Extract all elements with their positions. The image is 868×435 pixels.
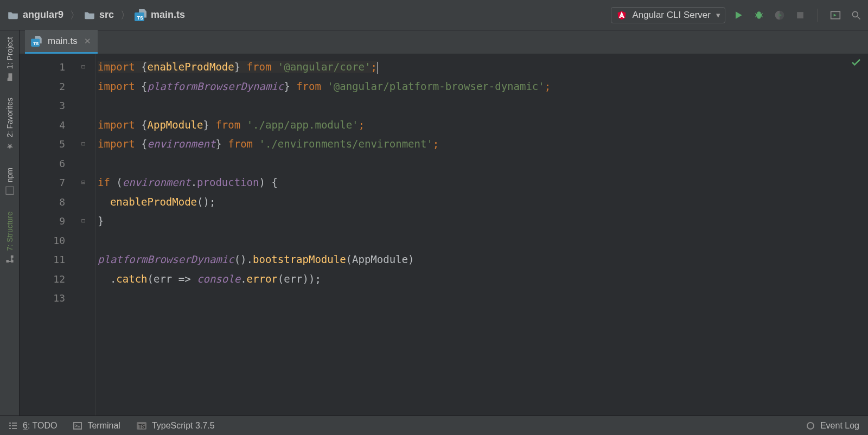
debug-button[interactable]	[754, 10, 764, 21]
event-log-label: Event Log	[820, 421, 859, 431]
structure-toolwindow-label: 7: Structure	[5, 212, 14, 251]
structure-icon	[5, 254, 14, 263]
breadcrumb-folder-label: src	[99, 9, 114, 21]
typescript-toolwindow-button[interactable]: TS TypeScript 3.7.5	[137, 421, 215, 431]
typescript-icon: TS	[137, 422, 146, 430]
list-icon	[9, 421, 17, 430]
breadcrumb-project[interactable]: angular9	[8, 9, 63, 21]
todo-label: : TODO	[28, 421, 58, 430]
run-anything-button[interactable]	[830, 10, 841, 21]
stop-button[interactable]	[795, 10, 806, 21]
toolbar-divider	[818, 9, 818, 22]
svg-point-8	[807, 423, 814, 429]
todo-mnemonic: 6	[23, 421, 28, 430]
folder-icon	[8, 11, 18, 20]
status-bar: 6: TODO Terminal TS TypeScript 3.7.5 Eve…	[0, 415, 868, 435]
npm-toolwindow-label: npm	[5, 168, 14, 182]
check-ok-icon	[851, 59, 861, 66]
code-editor[interactable]: 12345678910111213 ⊟ ⊟ ⊟ ⊟ import {enable…	[20, 54, 868, 415]
npm-icon	[5, 187, 14, 195]
terminal-icon	[73, 421, 82, 430]
search-everywhere-button[interactable]	[851, 10, 861, 21]
inspection-indicator[interactable]	[844, 54, 868, 415]
typescript-file-icon: TS	[31, 36, 42, 47]
breadcrumb-folder[interactable]: src	[84, 9, 114, 21]
editor-column: TS main.ts ✕ 12345678910111213 ⊟ ⊟ ⊟ ⊟ i…	[20, 30, 868, 415]
main-area: 1: Project 2: Favorites npm 7: Structure…	[0, 30, 868, 415]
code-content[interactable]: import {enableProdMode} from '@angular/c…	[95, 54, 844, 415]
svg-point-2	[852, 11, 858, 17]
run-configuration-selector[interactable]: Angular CLI Server ▾	[611, 7, 725, 23]
structure-toolwindow-button[interactable]: 7: Structure	[5, 212, 14, 263]
breadcrumb-file-label: main.ts	[151, 9, 185, 21]
chevron-down-icon: ▾	[716, 10, 720, 20]
editor-tab-label: main.ts	[48, 36, 78, 47]
npm-toolwindow-button[interactable]: npm	[5, 168, 14, 195]
fold-gutter: ⊟ ⊟ ⊟ ⊟	[74, 54, 95, 415]
left-tool-strip: 1: Project 2: Favorites npm 7: Structure	[0, 30, 20, 415]
project-toolwindow-button[interactable]: 1: Project	[5, 37, 14, 81]
project-toolwindow-label: 1: Project	[5, 37, 14, 69]
svg-rect-3	[5, 187, 14, 195]
angular-icon	[617, 10, 627, 20]
run-with-coverage-button[interactable]	[774, 10, 785, 21]
line-number-gutter: 12345678910111213	[20, 54, 74, 415]
breadcrumb-separator: 〉	[117, 9, 131, 22]
typescript-version-label: TypeScript 3.7.5	[152, 421, 215, 431]
breadcrumb-file[interactable]: TS main.ts	[135, 9, 185, 21]
event-log-icon	[806, 421, 815, 430]
event-log-button[interactable]: Event Log	[806, 421, 859, 431]
svg-rect-4	[6, 260, 9, 263]
favorites-toolwindow-button[interactable]: 2: Favorites	[5, 98, 15, 151]
breadcrumb-project-label: angular9	[23, 9, 63, 21]
svg-rect-6	[10, 255, 13, 258]
run-button[interactable]	[733, 10, 744, 21]
navigation-bar: angular9 〉 src 〉 TS main.ts Angular CLI …	[0, 0, 868, 30]
folder-icon	[84, 11, 95, 20]
breadcrumb: angular9 〉 src 〉 TS main.ts	[8, 9, 185, 22]
svg-rect-0	[797, 12, 803, 18]
typescript-file-icon: TS	[135, 9, 146, 21]
close-tab-icon[interactable]: ✕	[84, 36, 91, 46]
toolbar-run-buttons	[733, 9, 861, 22]
terminal-toolwindow-button[interactable]: Terminal	[73, 421, 120, 431]
editor-tab-bar: TS main.ts ✕	[20, 30, 868, 54]
favorites-toolwindow-label: 2: Favorites	[5, 98, 14, 137]
terminal-label: Terminal	[87, 421, 120, 431]
breadcrumb-separator: 〉	[67, 9, 81, 22]
todo-toolwindow-button[interactable]: 6: TODO	[9, 421, 57, 431]
svg-rect-5	[10, 260, 13, 263]
editor-tab-main-ts[interactable]: TS main.ts ✕	[25, 30, 98, 54]
run-configuration-label: Angular CLI Server	[632, 10, 711, 21]
folder-icon	[5, 73, 14, 82]
